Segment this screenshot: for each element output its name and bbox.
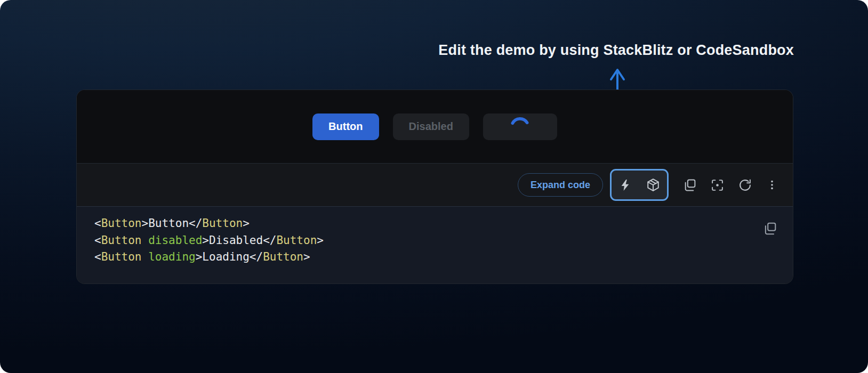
isolate-demo-button[interactable]	[711, 179, 724, 192]
demo-card: Button Disabled Expand code	[76, 90, 793, 284]
code-lines: <Button>Button</Button><Button disabled>…	[94, 215, 793, 266]
page-background: Edit the demo by using StackBlitz or Cod…	[0, 0, 868, 373]
demo-button-disabled: Disabled	[393, 113, 469, 140]
demo-toolbar: Expand code	[77, 163, 793, 206]
copy-snippet-button[interactable]	[763, 222, 777, 236]
refresh-demo-button[interactable]	[738, 179, 752, 192]
demo-button-primary[interactable]: Button	[312, 113, 379, 140]
code-line: <Button>Button</Button>	[94, 215, 793, 232]
code-line: <Button disabled>Disabled</Button>	[94, 232, 793, 249]
copy-code-button[interactable]	[683, 179, 696, 192]
kebab-icon	[766, 179, 778, 191]
expand-code-button[interactable]: Expand code	[518, 173, 603, 197]
demo-preview: Button Disabled	[77, 90, 793, 163]
code-block: <Button>Button</Button><Button disabled>…	[77, 206, 793, 283]
more-actions-button[interactable]	[766, 179, 778, 191]
codesandbox-button[interactable]	[646, 178, 660, 192]
refresh-icon	[738, 179, 752, 192]
edit-services-highlight-box	[610, 169, 669, 201]
stackblitz-button[interactable]	[618, 179, 632, 192]
lightning-icon	[618, 179, 632, 192]
annotation-title: Edit the demo by using StackBlitz or Cod…	[438, 42, 794, 59]
copy-icon	[763, 222, 777, 236]
code-line: <Button loading>Loading</Button>	[94, 249, 793, 266]
demo-button-loading[interactable]	[483, 113, 557, 140]
cube-icon	[646, 178, 660, 192]
copy-icon	[683, 179, 696, 192]
spinner-icon	[508, 115, 532, 139]
scan-icon	[711, 179, 724, 192]
